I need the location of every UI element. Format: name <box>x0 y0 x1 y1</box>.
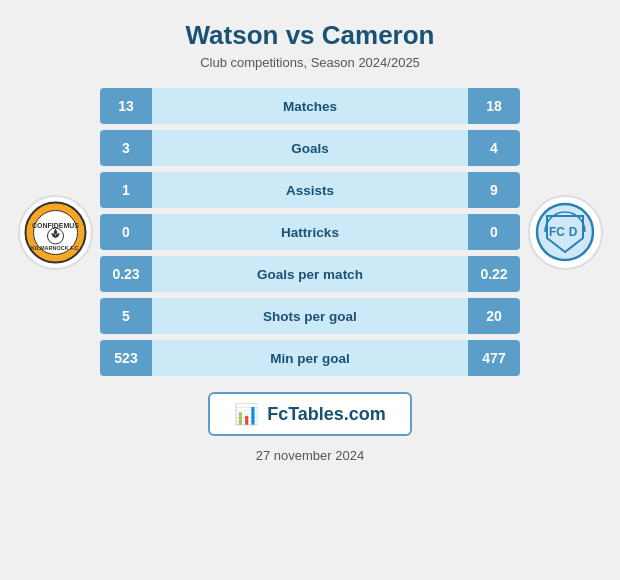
stat-left-value: 3 <box>100 130 152 166</box>
stats-table: 13Matches183Goals41Assists90Hattricks00.… <box>100 88 520 376</box>
match-date: 27 november 2024 <box>256 448 364 463</box>
stat-label: Assists <box>152 183 468 198</box>
chart-icon: 📊 <box>234 402 259 426</box>
stat-row: 0.23Goals per match0.22 <box>100 256 520 292</box>
fctables-banner[interactable]: 📊 FcTables.com <box>208 392 412 436</box>
stat-left-value: 523 <box>100 340 152 376</box>
stat-label: Min per goal <box>152 351 468 366</box>
stat-right-value: 18 <box>468 88 520 124</box>
stat-left-value: 13 <box>100 88 152 124</box>
svg-text:D: D <box>569 225 578 239</box>
stat-left-value: 0.23 <box>100 256 152 292</box>
stat-right-value: 20 <box>468 298 520 334</box>
stat-left-value: 5 <box>100 298 152 334</box>
stat-right-value: 9 <box>468 172 520 208</box>
stat-right-value: 0.22 <box>468 256 520 292</box>
match-title: Watson vs Cameron <box>186 20 435 51</box>
stat-label: Hattricks <box>152 225 468 240</box>
logo-text: FcTables.com <box>267 404 386 425</box>
stat-row: 0Hattricks0 <box>100 214 520 250</box>
stat-label: Matches <box>152 99 468 114</box>
stat-label: Goals per match <box>152 267 468 282</box>
stat-right-value: 4 <box>468 130 520 166</box>
stat-label: Goals <box>152 141 468 156</box>
stat-right-value: 0 <box>468 214 520 250</box>
stat-left-value: 0 <box>100 214 152 250</box>
stat-row: 5Shots per goal20 <box>100 298 520 334</box>
stat-left-value: 1 <box>100 172 152 208</box>
svg-text:KILMARNOCK F.C.: KILMARNOCK F.C. <box>31 245 80 251</box>
stat-row: 523Min per goal477 <box>100 340 520 376</box>
main-content: CONFIDEMUS KILMARNOCK F.C. 13Matches183G… <box>10 88 610 376</box>
stat-row: 3Goals4 <box>100 130 520 166</box>
svg-text:FC: FC <box>549 225 565 239</box>
left-team-badge: CONFIDEMUS KILMARNOCK F.C. <box>10 195 100 270</box>
dundee-logo: FC D <box>528 195 603 270</box>
stat-right-value: 477 <box>468 340 520 376</box>
match-subtitle: Club competitions, Season 2024/2025 <box>200 55 420 70</box>
stat-row: 13Matches18 <box>100 88 520 124</box>
stat-row: 1Assists9 <box>100 172 520 208</box>
kilmarnock-logo: CONFIDEMUS KILMARNOCK F.C. <box>18 195 93 270</box>
right-team-badge: FC D <box>520 195 610 270</box>
stat-label: Shots per goal <box>152 309 468 324</box>
